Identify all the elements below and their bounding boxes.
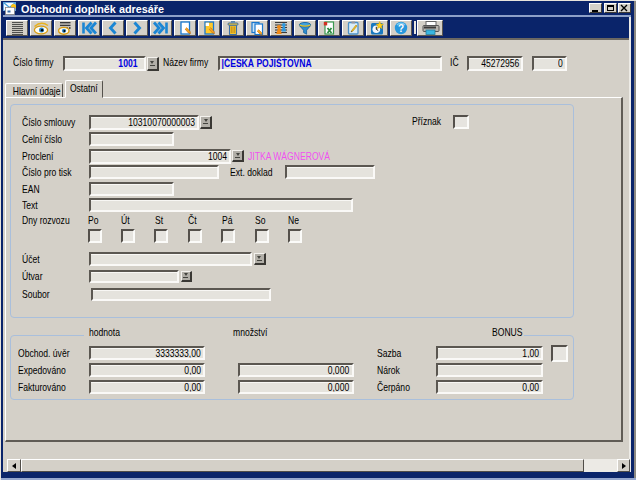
svg-text:?: ? xyxy=(398,23,404,34)
